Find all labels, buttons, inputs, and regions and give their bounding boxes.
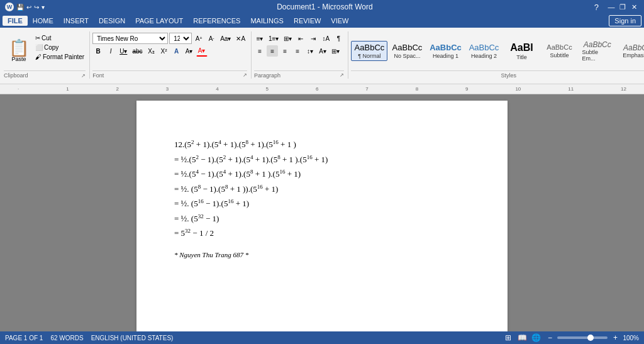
page-info: PAGE 1 OF 1	[5, 335, 43, 341]
copy-icon: ⬜	[35, 44, 43, 51]
paragraph-section-label: Paragraph ↗	[254, 70, 344, 79]
paste-label: Paste	[11, 56, 26, 62]
multilevel-list-button[interactable]: ⊞▾	[282, 33, 294, 44]
menu-mailings[interactable]: MAILINGS	[245, 16, 289, 26]
copy-button[interactable]: ⬜ Copy	[34, 43, 86, 52]
zoom-out-button[interactable]: −	[545, 333, 555, 342]
math-line-5: = ½. (516 − 1).(516 + 1)	[174, 197, 470, 210]
grow-font-button[interactable]: A+	[193, 33, 204, 44]
style-normal-preview: AaBbCc	[355, 43, 385, 53]
zoom-bar: − + 100%	[545, 333, 639, 342]
style-heading2-label: Heading 2	[471, 53, 497, 59]
help-button[interactable]: ?	[594, 3, 599, 12]
decrease-indent-button[interactable]: ⇤	[295, 33, 306, 44]
zoom-in-button[interactable]: +	[610, 333, 620, 342]
align-left-button[interactable]: ≡	[254, 45, 265, 57]
justify-button[interactable]: ≡	[292, 45, 303, 57]
document-area[interactable]: 12.(52 + 1).(54 + 1).(58 + 1).(516 + 1 )…	[0, 94, 644, 338]
menu-insert[interactable]: INSERT	[58, 16, 94, 26]
zoom-slider[interactable]	[557, 336, 608, 339]
style-title[interactable]: AaBI Title	[504, 40, 540, 62]
style-heading1-label: Heading 1	[433, 53, 458, 59]
superscript-button[interactable]: X²	[158, 45, 170, 57]
style-subtle-emphasis[interactable]: AaBbCc Subtle Em...	[579, 38, 616, 64]
menu-view[interactable]: VIEW	[326, 16, 353, 26]
style-subtitle[interactable]: AaBbCc Subtitle	[541, 42, 578, 60]
font-size-select[interactable]: 12	[169, 33, 192, 44]
italic-button[interactable]: I	[105, 45, 116, 57]
signin-button[interactable]: Sign in	[609, 15, 641, 26]
ruler-marks: ·123456 789101112	[5, 86, 639, 92]
style-subtitle-label: Subtitle	[550, 52, 569, 58]
text-highlight-button[interactable]: A▾	[184, 45, 195, 57]
menu-review[interactable]: REVIEW	[289, 16, 326, 26]
menu-design[interactable]: DESIGN	[94, 16, 130, 26]
align-center-button[interactable]: ≡	[267, 45, 278, 57]
title-bar: W 💾 ↩ ↪ ▾ Document1 - Microsoft Word ? —…	[0, 0, 644, 14]
minimize-button[interactable]: —	[606, 3, 616, 11]
math-line-3: = ½.(54 − 1).(54 + 1).(58 + 1 ).(516 + 1…	[174, 168, 470, 180]
paragraph-row1: ≡▾ 1≡▾ ⊞▾ ⇤ ⇥ ↕A ¶	[254, 33, 344, 44]
cut-button[interactable]: ✂ Cut	[34, 34, 86, 42]
shading-button[interactable]: A▾	[317, 45, 328, 57]
paste-button[interactable]: 📋 Paste	[4, 31, 34, 70]
ribbon: 📋 Paste ✂ Cut ⬜ Copy 🖌 Format Painter	[0, 28, 644, 84]
bold-button[interactable]: B	[92, 45, 104, 57]
font-color-button[interactable]: A▾	[196, 45, 208, 57]
text-effects-button[interactable]: A	[171, 45, 182, 57]
shrink-font-button[interactable]: A-	[206, 33, 217, 44]
cut-icon: ✂	[35, 35, 40, 42]
borders-button[interactable]: ⊞▾	[330, 45, 341, 57]
author-note: * Nguyen Thu Trang 687 *	[174, 250, 470, 260]
numbering-button[interactable]: 1≡▾	[267, 33, 280, 44]
quick-access-dropdown[interactable]: ▾	[42, 4, 45, 11]
subscript-button[interactable]: X₂	[146, 45, 157, 57]
sort-button[interactable]: ↕A	[320, 33, 331, 44]
style-heading2[interactable]: AaBbCc Heading 2	[466, 41, 502, 61]
format-painter-button[interactable]: 🖌 Format Painter	[34, 53, 86, 61]
web-layout-button[interactable]: 🌐	[531, 333, 541, 342]
underline-button[interactable]: U▾	[118, 45, 129, 57]
change-case-button[interactable]: Aa▾	[218, 33, 233, 44]
style-subtitle-preview: AaBbCc	[547, 43, 572, 52]
bullets-button[interactable]: ≡▾	[254, 33, 265, 44]
increase-indent-button[interactable]: ⇥	[308, 33, 319, 44]
align-right-button[interactable]: ≡	[279, 45, 291, 57]
font-row2: B I U▾ abc X₂ X² A A▾ A▾	[92, 45, 247, 57]
menu-references[interactable]: REFERENCES	[188, 16, 245, 26]
format-painter-icon: 🖌	[35, 53, 42, 60]
font-name-select[interactable]: Times New Ro	[92, 33, 168, 44]
math-line-1: 12.(52 + 1).(54 + 1).(58 + 1).(516 + 1 )	[174, 138, 470, 151]
quick-access-undo[interactable]: ↩	[26, 4, 31, 11]
strikethrough-button[interactable]: abc	[130, 45, 144, 57]
menu-file[interactable]: FILE	[3, 16, 28, 26]
document-page[interactable]: 12.(52 + 1).(54 + 1).(58 + 1).(516 + 1 )…	[136, 101, 508, 338]
clipboard-expand[interactable]: ↗	[81, 73, 86, 79]
styles-gallery: AaBbCc ¶ Normal AaBbCc No Spac... AaBbCc…	[351, 31, 644, 70]
close-button[interactable]: ✕	[629, 3, 639, 11]
font-expand[interactable]: ↗	[243, 72, 247, 79]
math-line-2: = ½.(52 − 1).(52 + 1).(54 + 1).(58 + 1 )…	[174, 153, 470, 166]
menu-home[interactable]: HOME	[28, 16, 58, 26]
line-spacing-button[interactable]: ↕▾	[304, 45, 316, 57]
print-layout-button[interactable]: ⊞	[503, 333, 513, 342]
app-icon: W	[5, 3, 14, 11]
status-right: ⊞ 📖 🌐 − + 100%	[503, 333, 639, 342]
clipboard-mini-buttons: ✂ Cut ⬜ Copy 🖌 Format Painter	[34, 31, 86, 70]
style-no-spacing[interactable]: AaBbCc No Spac...	[389, 41, 425, 61]
math-line-6: = ½. (532 − 1)	[174, 213, 470, 225]
menu-page-layout[interactable]: PAGE LAYOUT	[130, 16, 188, 26]
restore-button[interactable]: ❐	[618, 3, 628, 11]
quick-access-save[interactable]: 💾	[16, 4, 24, 11]
full-reading-button[interactable]: 📖	[517, 333, 527, 342]
styles-section-label: Styles	[351, 70, 644, 79]
style-emphasis[interactable]: AaBbC Emphasis	[617, 42, 644, 60]
style-title-preview: AaBI	[510, 42, 533, 53]
paragraph-expand[interactable]: ↗	[340, 72, 344, 79]
clear-format-button[interactable]: ✕A	[234, 33, 247, 44]
show-marks-button[interactable]: ¶	[333, 33, 344, 44]
style-heading1[interactable]: AaBbCc Heading 1	[426, 41, 464, 61]
quick-access-redo[interactable]: ↪	[34, 4, 39, 11]
status-bar: PAGE 1 OF 1 62 WORDS ENGLISH (UNITED STA…	[0, 331, 644, 344]
style-normal[interactable]: AaBbCc ¶ Normal	[351, 41, 387, 61]
